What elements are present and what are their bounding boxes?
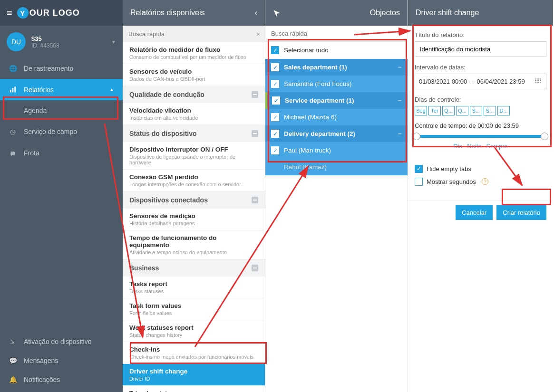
collapse-group-icon[interactable] [252,265,258,271]
report-item-driver[interactable]: Driver shift change Driver ID [123,364,265,386]
report-item-taskform[interactable]: Task form values Form fields values [123,298,265,320]
hide-empty-row[interactable]: ✓ Hide empty tabs [415,165,546,173]
object-label: Michael (Mazda 6) [284,114,337,121]
nav-activation[interactable]: ⇲ Ativação do dispositivo [0,332,123,351]
preset-day[interactable]: Dia [453,143,463,150]
user-block[interactable]: DU $35 ID: #43568 ▼ [0,26,123,58]
report-title: Velocidade viloation [129,107,258,114]
day-tue[interactable]: Ter [428,106,441,115]
object-group[interactable]: ✓ Delivery department (2) − [265,125,408,142]
report-title-input[interactable] [415,41,546,57]
checkbox-icon[interactable]: ✓ [271,130,279,138]
slider-thumb-start[interactable] [413,133,420,140]
checkbox-icon[interactable]: ✓ [271,63,279,71]
message-icon: 💬 [9,357,17,364]
show-seconds-row[interactable]: Mostrar segundos ? [415,178,546,186]
collapse-icon[interactable]: − [398,130,402,137]
calendar-icon[interactable] [535,77,542,86]
checkbox-icon[interactable]: ✓ [271,46,279,54]
report-item-speed[interactable]: Velocidade viloation Instâncias em alta … [123,103,265,125]
cancel-button[interactable]: Cancelar [456,205,493,220]
day-sun[interactable]: D... [497,106,510,115]
select-all-row[interactable]: ✓ Selecionar tudo [265,42,408,59]
svg-rect-5 [538,78,539,79]
checkbox-icon[interactable]: ✓ [271,113,279,121]
day-wed[interactable]: Q... [442,106,455,115]
sidebar: ≡ Y OUR LOGO DU $35 ID: #43568 ▼ 🌐 De ra… [0,0,123,392]
create-report-button[interactable]: Criar relatório [496,205,546,220]
report-item-sensors[interactable]: Sensores do veículo Dados de CAN-bus e O… [123,64,265,86]
preset-always[interactable]: Sempre [486,143,508,150]
checkbox-icon[interactable]: ✓ [415,165,423,173]
report-sub: Atividade e tempo ocioso do equipamento [129,249,258,255]
report-sub: História detalhada paragens [129,220,258,226]
date-range-input[interactable]: 01/03/2021 00:00 — 06/04/2021 23:59 [415,74,546,89]
day-thu[interactable]: Q... [456,106,468,115]
objects-search-input[interactable] [265,26,408,42]
reports-search: × [123,26,265,42]
report-item-flow[interactable]: Relatório do medidor de fluxo Consumo de… [123,42,265,64]
checkbox-icon[interactable]: ✓ [272,96,280,105]
report-group-device[interactable]: Status do dispositivo [123,125,265,142]
report-group-business[interactable]: Business [123,259,265,277]
chevron-up-icon[interactable]: ▲ [109,87,114,92]
logo[interactable]: Y OUR LOGO [17,7,80,19]
button-row: Cancelar Criar relatório [408,200,553,225]
object-group[interactable]: ✓ Service department (1) − [265,92,408,109]
report-item-equip[interactable]: Tempo de funcionamento do equipamento At… [123,230,265,259]
nav-fleet[interactable]: Frota [0,142,123,163]
preset-night[interactable]: Noite [467,143,481,150]
object-item-disabled[interactable]: Rahul (Kamaz) [265,159,408,175]
report-sub: Status changes history [129,332,258,338]
object-item[interactable]: ✓ Michael (Mazda 6) [265,109,408,125]
report-list[interactable]: Relatório do medidor de fluxo Consumo de… [123,42,265,392]
chevron-down-icon[interactable]: ▼ [111,39,116,45]
object-item[interactable]: ✓ Samantha (Ford Focus) [265,76,408,92]
day-sat[interactable]: S... [484,106,496,115]
report-group-connected[interactable]: Dispositivos conectados [123,191,265,209]
object-item[interactable]: ✓ Paul (Man truck) [265,142,408,159]
menu-icon[interactable]: ≡ [7,8,12,19]
report-item-gsm[interactable]: Conexão GSM perdido Longas interrupções … [123,170,265,191]
checkbox-icon[interactable]: ✓ [271,146,279,154]
report-item-meas[interactable]: Sensores de medição História detalhada p… [123,209,265,230]
reports-search-input[interactable] [123,26,265,42]
report-group-quality[interactable]: Qualidade de condução [123,86,265,103]
report-title: Dispositivo interruptor ON / OFF [129,146,258,153]
collapse-icon[interactable]: ‹ [255,9,257,17]
report-item-workstat[interactable]: Work statuses report Status changes hist… [123,320,265,342]
sidebar-header: ≡ Y OUR LOGO [0,0,123,26]
chart-icon [9,86,17,94]
nav-tracking[interactable]: 🌐 De rastreamento [0,58,123,79]
nav-agenda[interactable]: Agenda [0,100,123,121]
report-item-onoff[interactable]: Dispositivo interruptor ON / OFF Disposi… [123,142,265,170]
checkbox-icon[interactable]: ✓ [271,80,279,88]
nav-messages[interactable]: 💬 Mensagens [0,351,123,370]
nav-reports[interactable]: Relatórios ▲ [0,79,123,100]
report-item-trips[interactable]: Trips by state Trips breakdown by jurisd… [123,386,265,392]
objects-search [265,26,408,42]
collapse-icon[interactable]: − [398,64,402,71]
reports-header-title: Relatórios disponíveis [130,9,205,17]
object-group[interactable]: ✓ Sales department (1) − [265,59,408,76]
day-mon[interactable]: Seg [415,106,427,115]
report-item-checkins[interactable]: Check-ins Check-ins no mapa enviados por… [123,342,265,364]
collapse-group-icon[interactable] [252,197,258,203]
collapse-icon[interactable]: − [398,97,402,104]
nav-fieldservice[interactable]: ◷ Serviço de campo [0,121,123,142]
collapse-group-icon[interactable] [252,91,258,98]
objects-header-title: Objectos [370,9,400,17]
time-presets: Dia Noite Sempre [415,143,546,150]
slider-thumb-end[interactable] [541,133,548,140]
checkbox-icon[interactable] [415,178,423,186]
day-fri[interactable]: S... [470,106,482,115]
nav-notifications[interactable]: 🔔 Notificações [0,370,123,389]
report-item-tasks[interactable]: Tasks report Tasks statuses [123,277,265,298]
object-label: Rahul (Kamaz) [284,163,327,171]
clear-icon[interactable]: × [256,30,260,38]
collapse-group-icon[interactable] [252,130,258,137]
report-title: Driver shift change [129,368,258,375]
time-slider[interactable] [416,135,545,138]
report-sub: Longas interrupções de conexão com o ser… [129,182,258,187]
info-icon[interactable]: ? [482,178,488,185]
